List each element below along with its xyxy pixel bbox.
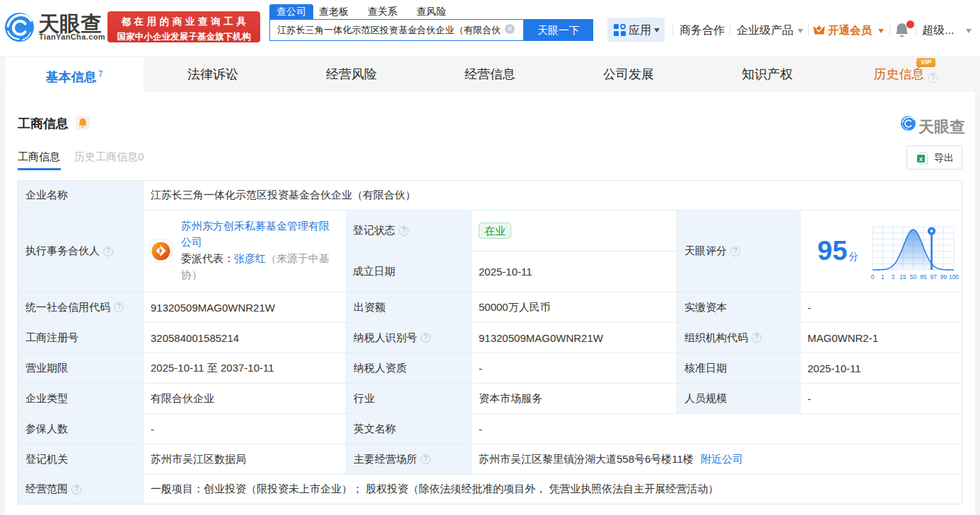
svg-text:99: 99 bbox=[940, 273, 947, 280]
svg-text:x: x bbox=[919, 155, 923, 162]
svg-text:100: 100 bbox=[949, 273, 959, 280]
svg-text:15: 15 bbox=[899, 273, 906, 280]
svg-text:3: 3 bbox=[891, 273, 894, 280]
svg-text:85: 85 bbox=[920, 273, 927, 280]
svg-text:1: 1 bbox=[881, 273, 885, 280]
svg-text:50: 50 bbox=[910, 273, 917, 280]
svg-text:0: 0 bbox=[871, 273, 875, 280]
svg-text:97: 97 bbox=[930, 273, 937, 280]
